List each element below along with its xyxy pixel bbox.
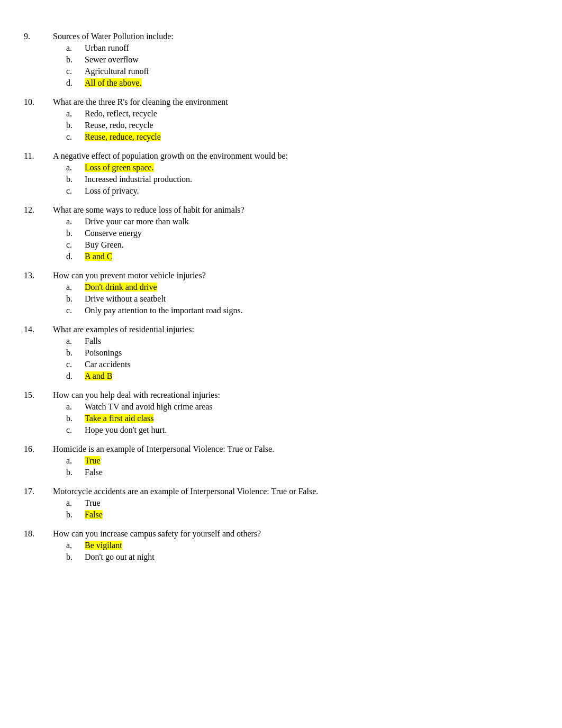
question-16-option-1: b.False bbox=[85, 468, 520, 477]
question-12-option-3: d.B and C bbox=[85, 252, 520, 261]
question-15-option-0-label: a. bbox=[66, 402, 72, 412]
question-12-option-2-label: c. bbox=[66, 240, 72, 250]
question-17-option-0: a.True bbox=[85, 498, 520, 508]
question-9-options: a.Urban runoffb.Sewer overflowc.Agricult… bbox=[85, 43, 520, 88]
question-11-option-2-text: Loss of privacy. bbox=[85, 186, 139, 195]
question-18: How can you increase campus safety for y… bbox=[53, 529, 520, 562]
question-14-option-3-text: A and B bbox=[85, 371, 112, 380]
question-15-option-2: c.Hope you don't get hurt. bbox=[85, 425, 520, 435]
question-11-option-0-text: Loss of green space. bbox=[85, 163, 154, 172]
question-12-option-3-label: d. bbox=[66, 252, 72, 261]
question-9-option-3-text: All of the above. bbox=[85, 78, 142, 87]
question-10-option-0-label: a. bbox=[66, 109, 72, 119]
question-12-options: a.Drive your car more than walkb.Conserv… bbox=[85, 217, 520, 261]
question-15: How can you help deal with recreational … bbox=[53, 390, 520, 435]
question-14-option-2-text: Car accidents bbox=[85, 360, 131, 369]
question-10-option-1-label: b. bbox=[66, 121, 72, 130]
question-16-option-1-text: False bbox=[85, 468, 103, 477]
question-14-option-0-label: a. bbox=[66, 336, 72, 346]
question-9-option-0: a.Urban runoff bbox=[85, 43, 520, 53]
question-17-text: Motorcycle accidents are an example of I… bbox=[53, 487, 520, 496]
question-15-option-0-text: Watch TV and avoid high crime areas bbox=[85, 402, 213, 411]
question-18-text: How can you increase campus safety for y… bbox=[53, 529, 520, 539]
question-9-text: Sources of Water Pollution include: bbox=[53, 32, 520, 41]
question-13: How can you prevent motor vehicle injuri… bbox=[53, 271, 520, 315]
question-14-options: a.Fallsb.Poisoningsc.Car accidentsd.A an… bbox=[85, 336, 520, 381]
question-15-option-1: b.Take a first aid class bbox=[85, 414, 520, 423]
question-9-option-1-label: b. bbox=[66, 55, 72, 65]
question-list: Sources of Water Pollution include:a.Urb… bbox=[53, 32, 520, 562]
question-13-option-1: b.Drive without a seatbelt bbox=[85, 294, 520, 304]
question-9: Sources of Water Pollution include:a.Urb… bbox=[53, 32, 520, 88]
question-14-text: What are examples of residential injurie… bbox=[53, 325, 520, 334]
question-17-option-0-text: True bbox=[85, 498, 101, 507]
question-9-option-1: b.Sewer overflow bbox=[85, 55, 520, 65]
question-18-option-1-text: Don't go out at night bbox=[85, 552, 155, 561]
question-17-option-1: b.False bbox=[85, 510, 520, 520]
question-17-option-1-text: False bbox=[85, 510, 103, 519]
question-14-option-3-label: d. bbox=[66, 371, 72, 381]
question-9-option-2-text: Agricultural runoff bbox=[85, 67, 149, 76]
question-13-option-1-label: b. bbox=[66, 294, 72, 304]
question-18-option-0: a.Be vigilant bbox=[85, 541, 520, 550]
question-12-option-0: a.Drive your car more than walk bbox=[85, 217, 520, 226]
question-11-text: A negative effect of population growth o… bbox=[53, 151, 520, 161]
question-10-option-2-text: Reuse, reduce, recycle bbox=[85, 132, 161, 141]
question-14-option-2: c.Car accidents bbox=[85, 360, 520, 369]
question-15-option-0: a.Watch TV and avoid high crime areas bbox=[85, 402, 520, 412]
question-10-option-2: c.Reuse, reduce, recycle bbox=[85, 132, 520, 142]
question-16-option-1-label: b. bbox=[66, 468, 72, 477]
question-14-option-2-label: c. bbox=[66, 360, 72, 369]
question-16: Homicide is an example of Interpersonal … bbox=[53, 444, 520, 477]
question-10-option-2-label: c. bbox=[66, 132, 72, 142]
question-15-options: a.Watch TV and avoid high crime areasb.T… bbox=[85, 402, 520, 435]
question-16-option-0-label: a. bbox=[66, 456, 72, 466]
question-12-option-1-label: b. bbox=[66, 229, 72, 238]
question-11-option-1: b.Increased industrial production. bbox=[85, 175, 520, 184]
question-11-option-0: a.Loss of green space. bbox=[85, 163, 520, 172]
question-9-option-2: c.Agricultural runoff bbox=[85, 67, 520, 76]
question-11-option-1-text: Increased industrial production. bbox=[85, 175, 192, 184]
question-12-option-1-text: Conserve energy bbox=[85, 229, 142, 238]
question-16-option-0: a.True bbox=[85, 456, 520, 466]
question-11-options: a.Loss of green space.b.Increased indust… bbox=[85, 163, 520, 196]
question-18-option-1: b.Don't go out at night bbox=[85, 552, 520, 562]
question-18-option-0-label: a. bbox=[66, 541, 72, 550]
question-11-option-0-label: a. bbox=[66, 163, 72, 172]
question-15-option-1-label: b. bbox=[66, 414, 72, 423]
question-12-text: What are some ways to reduce loss of hab… bbox=[53, 205, 520, 215]
question-18-option-1-label: b. bbox=[66, 552, 72, 562]
question-12-option-3-text: B and C bbox=[85, 252, 112, 261]
question-10-option-0: a.Redo, reflect, recycle bbox=[85, 109, 520, 119]
question-14-option-3: d.A and B bbox=[85, 371, 520, 381]
question-13-option-0-label: a. bbox=[66, 283, 72, 292]
question-17-option-0-label: a. bbox=[66, 498, 72, 508]
question-12-option-0-text: Drive your car more than walk bbox=[85, 217, 189, 226]
question-12: What are some ways to reduce loss of hab… bbox=[53, 205, 520, 261]
question-17-options: a.Trueb.False bbox=[85, 498, 520, 520]
question-10-option-0-text: Redo, reflect, recycle bbox=[85, 109, 157, 118]
question-14-option-0: a.Falls bbox=[85, 336, 520, 346]
question-13-option-1-text: Drive without a seatbelt bbox=[85, 294, 166, 303]
question-9-option-3: d.All of the above. bbox=[85, 78, 520, 88]
question-10-options: a.Redo, reflect, recycleb.Reuse, redo, r… bbox=[85, 109, 520, 142]
question-14-option-0-text: Falls bbox=[85, 336, 101, 345]
question-12-option-0-label: a. bbox=[66, 217, 72, 226]
question-15-option-1-text: Take a first aid class bbox=[85, 414, 153, 423]
question-16-options: a.Trueb.False bbox=[85, 456, 520, 477]
question-17: Motorcycle accidents are an example of I… bbox=[53, 487, 520, 520]
question-15-option-2-label: c. bbox=[66, 425, 72, 435]
question-13-option-2-label: c. bbox=[66, 306, 72, 315]
question-11-option-2: c.Loss of privacy. bbox=[85, 186, 520, 196]
question-13-text: How can you prevent motor vehicle injuri… bbox=[53, 271, 520, 280]
question-14-option-1: b.Poisonings bbox=[85, 348, 520, 358]
question-15-text: How can you help deal with recreational … bbox=[53, 390, 520, 400]
question-9-option-3-label: d. bbox=[66, 78, 72, 88]
question-17-option-1-label: b. bbox=[66, 510, 72, 520]
question-13-option-2-text: Only pay attention to the important road… bbox=[85, 306, 243, 315]
question-11: A negative effect of population growth o… bbox=[53, 151, 520, 196]
question-11-option-1-label: b. bbox=[66, 175, 72, 184]
question-14-option-1-text: Poisonings bbox=[85, 348, 122, 357]
question-13-option-2: c.Only pay attention to the important ro… bbox=[85, 306, 520, 315]
question-13-option-0: a.Don't drink and drive bbox=[85, 283, 520, 292]
